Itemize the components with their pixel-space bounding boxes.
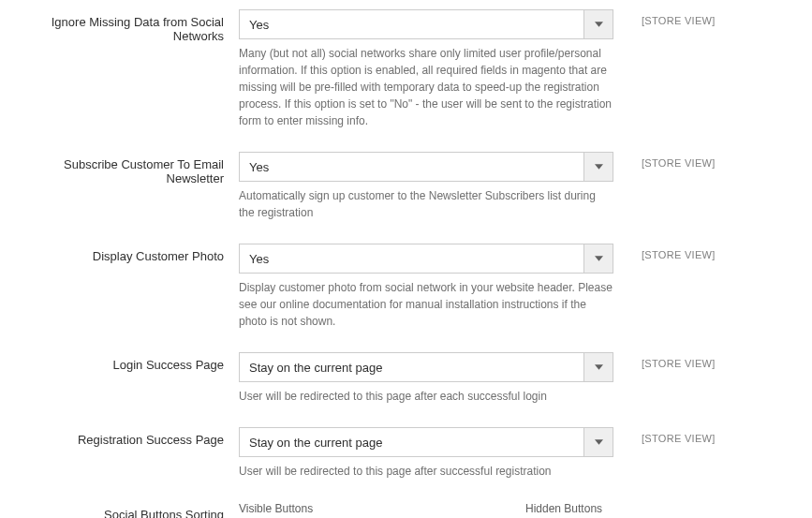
scope-ignore-missing: [STORE VIEW] (613, 9, 726, 26)
field-display-photo: Display Customer Photo Yes Display custo… (19, 244, 793, 330)
help-subscribe-newsletter: Automatically sign up customer to the Ne… (239, 187, 613, 221)
label-ignore-missing: Ignore Missing Data from Social Networks (19, 9, 239, 43)
select-display-photo[interactable]: Yes (239, 244, 613, 274)
label-login-success: Login Success Page (19, 352, 239, 372)
select-ignore-missing[interactable]: Yes (239, 9, 613, 39)
visible-buttons-header: Visible Buttons (239, 502, 518, 515)
scope-display-photo: [STORE VIEW] (613, 244, 726, 260)
scope-registration-success: [STORE VIEW] (613, 427, 726, 444)
hidden-buttons-header: Hidden Buttons (525, 502, 805, 515)
field-login-success: Login Success Page Stay on the current p… (19, 352, 793, 405)
help-display-photo: Display customer photo from social netwo… (239, 279, 613, 330)
visible-buttons-column: Visible Buttons fFacebooktTwitterg+Googl… (239, 502, 518, 518)
help-login-success: User will be redirected to this page aft… (239, 388, 613, 405)
select-login-success[interactable]: Stay on the current page (239, 352, 613, 382)
field-registration-success: Registration Success Page Stay on the cu… (19, 427, 793, 480)
scope-login-success: [STORE VIEW] (613, 352, 726, 369)
field-social-sorting: Social Buttons Sorting Visible Buttons f… (19, 502, 793, 518)
field-ignore-missing: Ignore Missing Data from Social Networks… (19, 9, 793, 129)
label-registration-success: Registration Success Page (19, 427, 239, 447)
select-subscribe-newsletter[interactable]: Yes (239, 152, 613, 182)
help-registration-success: User will be redirected to this page aft… (239, 463, 613, 480)
scope-subscribe-newsletter: [STORE VIEW] (613, 152, 726, 169)
help-ignore-missing: Many (but not all) social networks share… (239, 45, 613, 129)
field-subscribe-newsletter: Subscribe Customer To Email Newsletter Y… (19, 152, 793, 221)
hidden-buttons-column: Hidden Buttons FFoursquaretTumblrdDropbo… (525, 502, 805, 518)
label-display-photo: Display Customer Photo (19, 244, 239, 263)
select-registration-success[interactable]: Stay on the current page (239, 427, 613, 457)
label-subscribe-newsletter: Subscribe Customer To Email Newsletter (19, 152, 239, 185)
label-social-sorting: Social Buttons Sorting (19, 502, 239, 518)
